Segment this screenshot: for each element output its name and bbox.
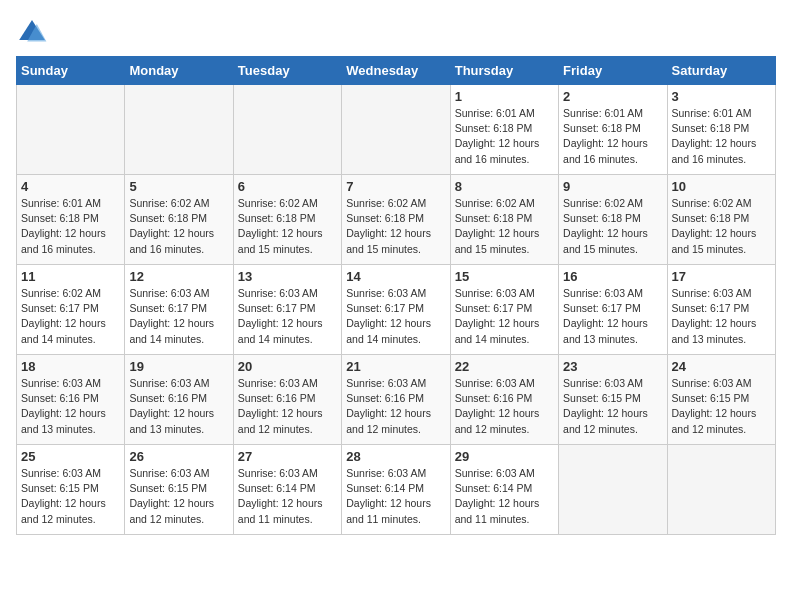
day-number: 16: [563, 269, 662, 284]
calendar-cell: [125, 85, 233, 175]
day-number: 8: [455, 179, 554, 194]
day-info: Sunrise: 6:01 AM Sunset: 6:18 PM Dayligh…: [21, 196, 120, 257]
calendar-cell: 3Sunrise: 6:01 AM Sunset: 6:18 PM Daylig…: [667, 85, 775, 175]
day-info: Sunrise: 6:03 AM Sunset: 6:15 PM Dayligh…: [672, 376, 771, 437]
calendar-cell: 11Sunrise: 6:02 AM Sunset: 6:17 PM Dayli…: [17, 265, 125, 355]
day-info: Sunrise: 6:02 AM Sunset: 6:18 PM Dayligh…: [346, 196, 445, 257]
day-number: 29: [455, 449, 554, 464]
day-info: Sunrise: 6:03 AM Sunset: 6:17 PM Dayligh…: [455, 286, 554, 347]
day-info: Sunrise: 6:03 AM Sunset: 6:14 PM Dayligh…: [455, 466, 554, 527]
day-info: Sunrise: 6:02 AM Sunset: 6:18 PM Dayligh…: [672, 196, 771, 257]
header-row: SundayMondayTuesdayWednesdayThursdayFrid…: [17, 57, 776, 85]
day-info: Sunrise: 6:02 AM Sunset: 6:18 PM Dayligh…: [455, 196, 554, 257]
day-number: 1: [455, 89, 554, 104]
day-number: 14: [346, 269, 445, 284]
day-number: 22: [455, 359, 554, 374]
calendar-cell: 2Sunrise: 6:01 AM Sunset: 6:18 PM Daylig…: [559, 85, 667, 175]
day-info: Sunrise: 6:03 AM Sunset: 6:16 PM Dayligh…: [455, 376, 554, 437]
day-number: 12: [129, 269, 228, 284]
calendar-cell: [17, 85, 125, 175]
calendar-cell: 10Sunrise: 6:02 AM Sunset: 6:18 PM Dayli…: [667, 175, 775, 265]
day-info: Sunrise: 6:01 AM Sunset: 6:18 PM Dayligh…: [672, 106, 771, 167]
calendar-cell: 1Sunrise: 6:01 AM Sunset: 6:18 PM Daylig…: [450, 85, 558, 175]
calendar-cell: 21Sunrise: 6:03 AM Sunset: 6:16 PM Dayli…: [342, 355, 450, 445]
calendar-cell: 8Sunrise: 6:02 AM Sunset: 6:18 PM Daylig…: [450, 175, 558, 265]
calendar-cell: [667, 445, 775, 535]
calendar-cell: 17Sunrise: 6:03 AM Sunset: 6:17 PM Dayli…: [667, 265, 775, 355]
week-row-4: 18Sunrise: 6:03 AM Sunset: 6:16 PM Dayli…: [17, 355, 776, 445]
day-number: 3: [672, 89, 771, 104]
calendar-table: SundayMondayTuesdayWednesdayThursdayFrid…: [16, 56, 776, 535]
day-number: 28: [346, 449, 445, 464]
calendar-cell: [233, 85, 341, 175]
day-info: Sunrise: 6:03 AM Sunset: 6:17 PM Dayligh…: [238, 286, 337, 347]
calendar-cell: 26Sunrise: 6:03 AM Sunset: 6:15 PM Dayli…: [125, 445, 233, 535]
header-day-friday: Friday: [559, 57, 667, 85]
day-number: 27: [238, 449, 337, 464]
day-number: 4: [21, 179, 120, 194]
header-day-tuesday: Tuesday: [233, 57, 341, 85]
calendar-cell: [559, 445, 667, 535]
header-day-thursday: Thursday: [450, 57, 558, 85]
calendar-cell: 24Sunrise: 6:03 AM Sunset: 6:15 PM Dayli…: [667, 355, 775, 445]
calendar-cell: 7Sunrise: 6:02 AM Sunset: 6:18 PM Daylig…: [342, 175, 450, 265]
day-info: Sunrise: 6:03 AM Sunset: 6:14 PM Dayligh…: [346, 466, 445, 527]
header-day-wednesday: Wednesday: [342, 57, 450, 85]
week-row-5: 25Sunrise: 6:03 AM Sunset: 6:15 PM Dayli…: [17, 445, 776, 535]
header-day-sunday: Sunday: [17, 57, 125, 85]
calendar-cell: 22Sunrise: 6:03 AM Sunset: 6:16 PM Dayli…: [450, 355, 558, 445]
day-info: Sunrise: 6:02 AM Sunset: 6:18 PM Dayligh…: [238, 196, 337, 257]
calendar-cell: 18Sunrise: 6:03 AM Sunset: 6:16 PM Dayli…: [17, 355, 125, 445]
day-info: Sunrise: 6:02 AM Sunset: 6:18 PM Dayligh…: [563, 196, 662, 257]
calendar-cell: 12Sunrise: 6:03 AM Sunset: 6:17 PM Dayli…: [125, 265, 233, 355]
week-row-1: 1Sunrise: 6:01 AM Sunset: 6:18 PM Daylig…: [17, 85, 776, 175]
page-header: [16, 16, 776, 48]
logo-icon: [16, 16, 48, 48]
day-number: 21: [346, 359, 445, 374]
day-number: 18: [21, 359, 120, 374]
calendar-cell: 20Sunrise: 6:03 AM Sunset: 6:16 PM Dayli…: [233, 355, 341, 445]
day-info: Sunrise: 6:03 AM Sunset: 6:14 PM Dayligh…: [238, 466, 337, 527]
calendar-body: 1Sunrise: 6:01 AM Sunset: 6:18 PM Daylig…: [17, 85, 776, 535]
day-number: 20: [238, 359, 337, 374]
day-number: 24: [672, 359, 771, 374]
calendar-cell: 27Sunrise: 6:03 AM Sunset: 6:14 PM Dayli…: [233, 445, 341, 535]
header-day-saturday: Saturday: [667, 57, 775, 85]
calendar-cell: 13Sunrise: 6:03 AM Sunset: 6:17 PM Dayli…: [233, 265, 341, 355]
day-number: 6: [238, 179, 337, 194]
day-info: Sunrise: 6:02 AM Sunset: 6:17 PM Dayligh…: [21, 286, 120, 347]
day-number: 26: [129, 449, 228, 464]
week-row-2: 4Sunrise: 6:01 AM Sunset: 6:18 PM Daylig…: [17, 175, 776, 265]
calendar-cell: 25Sunrise: 6:03 AM Sunset: 6:15 PM Dayli…: [17, 445, 125, 535]
calendar-cell: 15Sunrise: 6:03 AM Sunset: 6:17 PM Dayli…: [450, 265, 558, 355]
calendar-cell: 14Sunrise: 6:03 AM Sunset: 6:17 PM Dayli…: [342, 265, 450, 355]
day-number: 10: [672, 179, 771, 194]
day-info: Sunrise: 6:03 AM Sunset: 6:17 PM Dayligh…: [563, 286, 662, 347]
calendar-header: SundayMondayTuesdayWednesdayThursdayFrid…: [17, 57, 776, 85]
calendar-cell: 5Sunrise: 6:02 AM Sunset: 6:18 PM Daylig…: [125, 175, 233, 265]
calendar-cell: 19Sunrise: 6:03 AM Sunset: 6:16 PM Dayli…: [125, 355, 233, 445]
day-info: Sunrise: 6:03 AM Sunset: 6:16 PM Dayligh…: [238, 376, 337, 437]
calendar-cell: 23Sunrise: 6:03 AM Sunset: 6:15 PM Dayli…: [559, 355, 667, 445]
calendar-cell: 29Sunrise: 6:03 AM Sunset: 6:14 PM Dayli…: [450, 445, 558, 535]
calendar-cell: 9Sunrise: 6:02 AM Sunset: 6:18 PM Daylig…: [559, 175, 667, 265]
day-info: Sunrise: 6:03 AM Sunset: 6:17 PM Dayligh…: [672, 286, 771, 347]
calendar-cell: 4Sunrise: 6:01 AM Sunset: 6:18 PM Daylig…: [17, 175, 125, 265]
day-info: Sunrise: 6:03 AM Sunset: 6:16 PM Dayligh…: [129, 376, 228, 437]
day-info: Sunrise: 6:03 AM Sunset: 6:15 PM Dayligh…: [129, 466, 228, 527]
logo: [16, 16, 52, 48]
day-number: 13: [238, 269, 337, 284]
day-info: Sunrise: 6:01 AM Sunset: 6:18 PM Dayligh…: [563, 106, 662, 167]
day-number: 11: [21, 269, 120, 284]
day-info: Sunrise: 6:03 AM Sunset: 6:15 PM Dayligh…: [563, 376, 662, 437]
calendar-cell: [342, 85, 450, 175]
day-info: Sunrise: 6:01 AM Sunset: 6:18 PM Dayligh…: [455, 106, 554, 167]
day-info: Sunrise: 6:03 AM Sunset: 6:17 PM Dayligh…: [346, 286, 445, 347]
week-row-3: 11Sunrise: 6:02 AM Sunset: 6:17 PM Dayli…: [17, 265, 776, 355]
day-number: 9: [563, 179, 662, 194]
day-info: Sunrise: 6:03 AM Sunset: 6:16 PM Dayligh…: [346, 376, 445, 437]
day-number: 15: [455, 269, 554, 284]
calendar-cell: 16Sunrise: 6:03 AM Sunset: 6:17 PM Dayli…: [559, 265, 667, 355]
day-number: 23: [563, 359, 662, 374]
calendar-cell: 28Sunrise: 6:03 AM Sunset: 6:14 PM Dayli…: [342, 445, 450, 535]
